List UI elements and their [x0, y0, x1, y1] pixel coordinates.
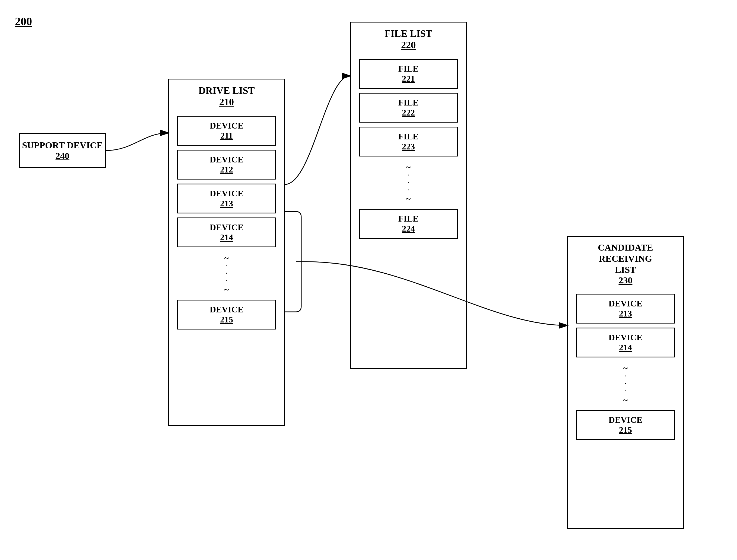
candidate-item-214-title: DEVICE	[609, 332, 642, 343]
ref-number-200: 200	[15, 15, 32, 28]
drive-item-213-title: DEVICE	[210, 188, 243, 199]
file-item-224-title: FILE	[399, 214, 419, 224]
file-item-221-title: FILE	[399, 64, 419, 74]
file-item-224: FILE 224	[359, 209, 458, 239]
drive-item-214: DEVICE 214	[177, 217, 276, 247]
candidate-item-213: DEVICE 213	[576, 294, 675, 324]
file-item-224-number: 224	[402, 224, 415, 234]
file-list-title: FILE LIST	[353, 28, 463, 39]
candidate-list-number: 230	[619, 275, 633, 285]
arrow-support-to-drive	[106, 133, 168, 151]
drive-list-header: DRIVE LIST 210	[169, 79, 284, 110]
file-item-223-number: 223	[402, 142, 415, 152]
candidate-item-214-number: 214	[619, 343, 632, 353]
drive-squiggle-1: ～ · · · ～	[177, 251, 276, 296]
brace-drive-to-candidate	[285, 212, 301, 312]
candidate-item-214: DEVICE 214	[576, 328, 675, 357]
file-item-222-title: FILE	[399, 98, 419, 108]
support-device-title: SUPPORT DEVICE	[22, 140, 103, 151]
drive-list-number: 210	[172, 96, 281, 108]
candidate-item-215-title: DEVICE	[609, 415, 642, 425]
file-list-items: FILE 221 FILE 222 FILE 223 ～ · · · ～ FIL…	[351, 53, 466, 244]
candidate-item-213-title: DEVICE	[609, 299, 642, 309]
candidate-squiggle-1: ～ · · · ～	[576, 361, 675, 406]
drive-item-212: DEVICE 212	[177, 150, 276, 180]
candidate-list-container: CANDIDATE RECEIVINGLIST 230 DEVICE 213 D…	[567, 236, 684, 529]
drive-item-212-title: DEVICE	[210, 155, 243, 165]
drive-item-215-title: DEVICE	[210, 305, 243, 315]
drive-item-211: DEVICE 211	[177, 116, 276, 146]
file-list-container: FILE LIST 220 FILE 221 FILE 222 FILE 223…	[350, 22, 467, 369]
candidate-list-header: CANDIDATE RECEIVINGLIST 230	[568, 237, 683, 288]
file-item-223: FILE 223	[359, 127, 458, 156]
candidate-list-items: DEVICE 213 DEVICE 214 ～ · · · ～ DEVICE 2…	[568, 288, 683, 445]
candidate-item-215-number: 215	[619, 425, 632, 435]
support-device-box: SUPPORT DEVICE 240	[19, 133, 106, 168]
drive-item-214-number: 214	[220, 232, 233, 242]
file-item-221-number: 221	[402, 74, 415, 84]
drive-item-213: DEVICE 213	[177, 184, 276, 213]
drive-list-title: DRIVE LIST	[172, 85, 281, 96]
candidate-list-title: CANDIDATE RECEIVINGLIST	[571, 242, 680, 275]
file-item-221: FILE 221	[359, 59, 458, 89]
file-item-223-title: FILE	[399, 132, 419, 142]
drive-item-211-number: 211	[220, 131, 233, 141]
drive-list-items: DEVICE 211 DEVICE 212 DEVICE 213 DEVICE …	[169, 110, 284, 335]
diagram: 200 SUPPORT DEVICE 240 DRIVE LIST 210 DE…	[0, 0, 737, 560]
drive-item-211-title: DEVICE	[210, 121, 243, 131]
arrow-device212-to-filelist	[285, 76, 350, 184]
drive-item-214-title: DEVICE	[210, 222, 243, 232]
file-list-number: 220	[353, 39, 463, 51]
file-list-header: FILE LIST 220	[351, 23, 466, 53]
candidate-item-215: DEVICE 215	[576, 410, 675, 440]
drive-item-215: DEVICE 215	[177, 300, 276, 329]
drive-list-container: DRIVE LIST 210 DEVICE 211 DEVICE 212 DEV…	[168, 79, 285, 426]
support-device-number: 240	[56, 151, 69, 161]
drive-item-213-number: 213	[220, 199, 233, 209]
candidate-item-213-number: 213	[619, 309, 632, 319]
drive-item-215-number: 215	[220, 315, 233, 325]
drive-item-212-number: 212	[220, 165, 233, 175]
file-item-222-number: 222	[402, 108, 415, 118]
file-squiggle-1: ～ · · · ～	[359, 161, 458, 205]
file-item-222: FILE 222	[359, 93, 458, 123]
